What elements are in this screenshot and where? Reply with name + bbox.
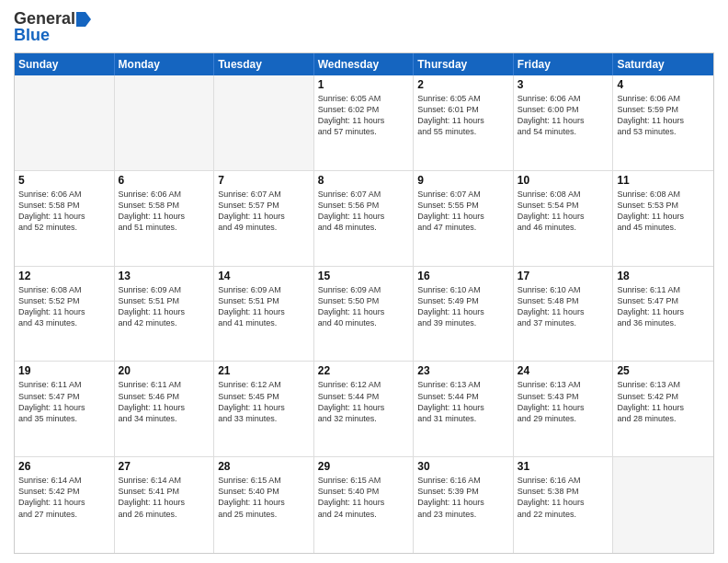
cell-info: Sunrise: 6:12 AM Sunset: 5:45 PM Dayligh… bbox=[218, 379, 310, 424]
calendar-cell: 24Sunrise: 6:13 AM Sunset: 5:43 PM Dayli… bbox=[514, 362, 614, 456]
day-number: 3 bbox=[518, 78, 609, 91]
logo-icon bbox=[76, 12, 91, 27]
cell-info: Sunrise: 6:13 AM Sunset: 5:43 PM Dayligh… bbox=[518, 379, 609, 424]
day-number: 22 bbox=[318, 364, 410, 377]
calendar-cell: 16Sunrise: 6:10 AM Sunset: 5:49 PM Dayli… bbox=[414, 267, 514, 362]
cell-info: Sunrise: 6:16 AM Sunset: 5:39 PM Dayligh… bbox=[417, 475, 509, 520]
calendar-cell: 8Sunrise: 6:07 AM Sunset: 5:56 PM Daylig… bbox=[314, 171, 415, 266]
cell-info: Sunrise: 6:06 AM Sunset: 5:58 PM Dayligh… bbox=[119, 189, 210, 234]
calendar-cell: 15Sunrise: 6:09 AM Sunset: 5:50 PM Dayli… bbox=[314, 267, 415, 362]
day-number: 12 bbox=[18, 270, 110, 282]
day-number: 11 bbox=[617, 174, 710, 187]
calendar-cell: 21Sunrise: 6:12 AM Sunset: 5:45 PM Dayli… bbox=[214, 362, 314, 456]
day-number: 7 bbox=[218, 174, 310, 187]
calendar-cell bbox=[214, 75, 314, 170]
cell-info: Sunrise: 6:10 AM Sunset: 5:49 PM Dayligh… bbox=[417, 284, 509, 329]
day-number: 6 bbox=[119, 174, 210, 187]
calendar-cell: 1Sunrise: 6:05 AM Sunset: 6:02 PM Daylig… bbox=[314, 75, 415, 170]
day-number: 29 bbox=[318, 460, 410, 473]
day-number: 23 bbox=[417, 364, 509, 377]
calendar-cell: 9Sunrise: 6:07 AM Sunset: 5:55 PM Daylig… bbox=[414, 171, 514, 266]
day-number: 16 bbox=[417, 270, 509, 282]
calendar-header-cell: Saturday bbox=[613, 53, 713, 75]
day-number: 15 bbox=[318, 270, 410, 282]
day-number: 10 bbox=[518, 174, 609, 187]
cell-info: Sunrise: 6:13 AM Sunset: 5:42 PM Dayligh… bbox=[617, 379, 710, 424]
cell-info: Sunrise: 6:08 AM Sunset: 5:53 PM Dayligh… bbox=[617, 189, 710, 234]
day-number: 20 bbox=[119, 364, 210, 377]
day-number: 1 bbox=[318, 78, 410, 91]
logo-blue: Blue bbox=[14, 26, 50, 45]
calendar-cell: 25Sunrise: 6:13 AM Sunset: 5:42 PM Dayli… bbox=[613, 362, 713, 456]
cell-info: Sunrise: 6:05 AM Sunset: 6:01 PM Dayligh… bbox=[417, 93, 509, 138]
calendar-cell: 12Sunrise: 6:08 AM Sunset: 5:52 PM Dayli… bbox=[15, 267, 115, 362]
day-number: 25 bbox=[617, 364, 710, 377]
day-number: 26 bbox=[18, 460, 110, 473]
calendar-cell: 19Sunrise: 6:11 AM Sunset: 5:47 PM Dayli… bbox=[15, 362, 115, 456]
cell-info: Sunrise: 6:11 AM Sunset: 5:47 PM Dayligh… bbox=[617, 284, 710, 329]
calendar-cell: 26Sunrise: 6:14 AM Sunset: 5:42 PM Dayli… bbox=[15, 457, 115, 553]
logo: General Blue bbox=[14, 9, 91, 45]
calendar-header-cell: Monday bbox=[115, 53, 215, 75]
cell-info: Sunrise: 6:12 AM Sunset: 5:44 PM Dayligh… bbox=[318, 379, 410, 424]
day-number: 14 bbox=[218, 270, 310, 282]
calendar-cell: 2Sunrise: 6:05 AM Sunset: 6:01 PM Daylig… bbox=[414, 75, 514, 170]
cell-info: Sunrise: 6:14 AM Sunset: 5:41 PM Dayligh… bbox=[119, 475, 210, 520]
cell-info: Sunrise: 6:09 AM Sunset: 5:51 PM Dayligh… bbox=[218, 284, 310, 329]
calendar-row: 1Sunrise: 6:05 AM Sunset: 6:02 PM Daylig… bbox=[15, 75, 713, 171]
day-number: 24 bbox=[518, 364, 609, 377]
calendar-row: 12Sunrise: 6:08 AM Sunset: 5:52 PM Dayli… bbox=[15, 267, 713, 362]
svg-marker-0 bbox=[76, 12, 91, 27]
calendar-cell: 14Sunrise: 6:09 AM Sunset: 5:51 PM Dayli… bbox=[214, 267, 314, 362]
calendar-header: SundayMondayTuesdayWednesdayThursdayFrid… bbox=[15, 53, 713, 75]
cell-info: Sunrise: 6:06 AM Sunset: 5:58 PM Dayligh… bbox=[18, 189, 110, 234]
calendar-cell: 6Sunrise: 6:06 AM Sunset: 5:58 PM Daylig… bbox=[115, 171, 215, 266]
calendar-cell: 27Sunrise: 6:14 AM Sunset: 5:41 PM Dayli… bbox=[115, 457, 215, 553]
cell-info: Sunrise: 6:16 AM Sunset: 5:38 PM Dayligh… bbox=[518, 475, 609, 520]
cell-info: Sunrise: 6:06 AM Sunset: 6:00 PM Dayligh… bbox=[518, 93, 609, 138]
day-number: 21 bbox=[218, 364, 310, 377]
calendar-row: 19Sunrise: 6:11 AM Sunset: 5:47 PM Dayli… bbox=[15, 362, 713, 457]
cell-info: Sunrise: 6:08 AM Sunset: 5:52 PM Dayligh… bbox=[18, 284, 110, 329]
cell-info: Sunrise: 6:13 AM Sunset: 5:44 PM Dayligh… bbox=[417, 379, 509, 424]
day-number: 9 bbox=[417, 174, 509, 187]
day-number: 19 bbox=[18, 364, 110, 377]
cell-info: Sunrise: 6:11 AM Sunset: 5:46 PM Dayligh… bbox=[119, 379, 210, 424]
cell-info: Sunrise: 6:07 AM Sunset: 5:55 PM Dayligh… bbox=[417, 189, 509, 234]
day-number: 28 bbox=[218, 460, 310, 473]
calendar-header-cell: Tuesday bbox=[214, 53, 314, 75]
calendar-cell: 29Sunrise: 6:15 AM Sunset: 5:40 PM Dayli… bbox=[314, 457, 415, 553]
calendar: SundayMondayTuesdayWednesdayThursdayFrid… bbox=[14, 52, 714, 554]
day-number: 5 bbox=[18, 174, 110, 187]
calendar-cell: 13Sunrise: 6:09 AM Sunset: 5:51 PM Dayli… bbox=[115, 267, 215, 362]
calendar-header-cell: Friday bbox=[514, 53, 614, 75]
calendar-row: 26Sunrise: 6:14 AM Sunset: 5:42 PM Dayli… bbox=[15, 457, 713, 553]
calendar-cell: 4Sunrise: 6:06 AM Sunset: 5:59 PM Daylig… bbox=[613, 75, 713, 170]
calendar-cell bbox=[613, 457, 713, 553]
calendar-cell: 7Sunrise: 6:07 AM Sunset: 5:57 PM Daylig… bbox=[214, 171, 314, 266]
calendar-cell: 10Sunrise: 6:08 AM Sunset: 5:54 PM Dayli… bbox=[514, 171, 614, 266]
calendar-cell: 5Sunrise: 6:06 AM Sunset: 5:58 PM Daylig… bbox=[15, 171, 115, 266]
calendar-header-cell: Wednesday bbox=[314, 53, 415, 75]
cell-info: Sunrise: 6:05 AM Sunset: 6:02 PM Dayligh… bbox=[318, 93, 410, 138]
day-number: 13 bbox=[119, 270, 210, 282]
calendar-cell: 23Sunrise: 6:13 AM Sunset: 5:44 PM Dayli… bbox=[414, 362, 514, 456]
calendar-cell bbox=[15, 75, 115, 170]
cell-info: Sunrise: 6:15 AM Sunset: 5:40 PM Dayligh… bbox=[218, 475, 310, 520]
calendar-header-cell: Sunday bbox=[15, 53, 115, 75]
day-number: 27 bbox=[119, 460, 210, 473]
cell-info: Sunrise: 6:07 AM Sunset: 5:57 PM Dayligh… bbox=[218, 189, 310, 234]
calendar-cell: 17Sunrise: 6:10 AM Sunset: 5:48 PM Dayli… bbox=[514, 267, 614, 362]
calendar-cell: 31Sunrise: 6:16 AM Sunset: 5:38 PM Dayli… bbox=[514, 457, 614, 553]
calendar-cell bbox=[115, 75, 215, 170]
day-number: 17 bbox=[518, 270, 609, 282]
calendar-row: 5Sunrise: 6:06 AM Sunset: 5:58 PM Daylig… bbox=[15, 171, 713, 267]
calendar-cell: 18Sunrise: 6:11 AM Sunset: 5:47 PM Dayli… bbox=[613, 267, 713, 362]
calendar-header-cell: Thursday bbox=[414, 53, 514, 75]
day-number: 30 bbox=[417, 460, 509, 473]
calendar-body: 1Sunrise: 6:05 AM Sunset: 6:02 PM Daylig… bbox=[15, 75, 713, 553]
day-number: 2 bbox=[417, 78, 509, 91]
cell-info: Sunrise: 6:09 AM Sunset: 5:50 PM Dayligh… bbox=[318, 284, 410, 329]
calendar-cell: 3Sunrise: 6:06 AM Sunset: 6:00 PM Daylig… bbox=[514, 75, 614, 170]
cell-info: Sunrise: 6:10 AM Sunset: 5:48 PM Dayligh… bbox=[518, 284, 609, 329]
